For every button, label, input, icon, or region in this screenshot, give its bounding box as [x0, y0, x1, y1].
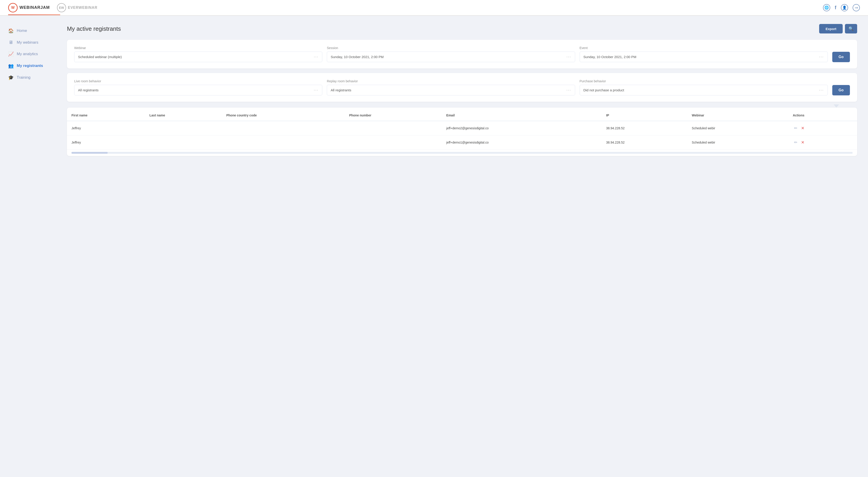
- filter-row-1: Webinar Scheduled webinar (multiple) ···…: [74, 46, 850, 62]
- purchase-filter-value: Did not purchase a product: [584, 88, 624, 92]
- webinar-filter-value: Scheduled webinar (multiple): [78, 55, 122, 59]
- sidebar-item-my-registrants[interactable]: 👥 My registrants: [0, 60, 59, 72]
- event-filter-group: Event Sunday, 10 October 2021, 2:00 PM ·…: [580, 46, 828, 62]
- cell-email-1: jeff+demo1@genesisdigital.co: [442, 135, 601, 150]
- training-icon: 🎓: [8, 75, 13, 80]
- webinarjam-brand-name: WEBINARJAM: [20, 5, 50, 10]
- session-filter-dots: ···: [566, 55, 571, 59]
- cell-first-name-1: Jeffrey: [67, 135, 145, 150]
- sidebar-label-training: Training: [17, 75, 31, 80]
- delete-button-0[interactable]: ✕: [800, 125, 806, 131]
- sidebar-label-analytics: My analytics: [17, 52, 38, 56]
- main-layout: 🏠 Home 🖥 My webinars 📈 My analytics 👥 My…: [0, 16, 868, 477]
- user-icon[interactable]: 👤: [841, 4, 848, 11]
- cell-webinar-1: Scheduled webir: [687, 135, 788, 150]
- table-body: Jeffrey jeff+demo2@genesisdigital.co 38.…: [67, 121, 857, 150]
- brand-underline: [8, 14, 60, 15]
- event-filter-dots: ···: [819, 55, 824, 59]
- export-button[interactable]: Export: [819, 24, 843, 33]
- table-row: Jeffrey jeff+demo1@genesisdigital.co 38.…: [67, 135, 857, 150]
- replay-filter-select[interactable]: All registrants ···: [327, 85, 575, 95]
- registrants-table: First name Last name Phone country code …: [67, 110, 857, 150]
- filter-card-2: Live room behavior All registrants ··· R…: [67, 73, 857, 102]
- everwebinar-brand[interactable]: EW EVERWEBINAR: [57, 3, 97, 12]
- webinarjam-brand[interactable]: W WEBINARJAM: [8, 3, 50, 12]
- sidebar-item-my-analytics[interactable]: 📈 My analytics: [0, 48, 59, 60]
- webinar-filter-dots: ···: [314, 55, 318, 59]
- webinars-icon: 🖥: [8, 40, 13, 45]
- purchase-filter-group: Purchase behavior Did not purchase a pro…: [580, 80, 828, 95]
- cell-email-0: jeff+demo2@genesisdigital.co: [442, 121, 601, 135]
- live-filter-group: Live room behavior All registrants ···: [74, 80, 322, 95]
- sidebar-label-home: Home: [17, 29, 27, 33]
- header-actions: Export 🔍: [819, 24, 857, 33]
- replay-filter-dots: ···: [566, 88, 571, 92]
- sidebar-item-my-webinars[interactable]: 🖥 My webinars: [0, 37, 59, 48]
- cell-phone-country-0: [222, 121, 345, 135]
- session-filter-select[interactable]: Sunday, 10 October 2021, 2:00 PM ···: [327, 52, 575, 62]
- col-actions: Actions: [788, 110, 857, 121]
- event-filter-select[interactable]: Sunday, 10 October 2021, 2:00 PM ···: [580, 52, 828, 62]
- event-filter-label: Event: [580, 46, 828, 50]
- registrants-table-card: First name Last name Phone country code …: [67, 107, 857, 156]
- cell-ip-0: 38.94.228.52: [601, 121, 687, 135]
- cell-actions-0: ✏ ✕: [788, 121, 857, 135]
- edit-button-0[interactable]: ✏: [793, 125, 799, 131]
- filter-go-button-2[interactable]: Go: [832, 85, 850, 95]
- arrow-down-icon: [834, 104, 839, 107]
- sidebar-label-registrants: My registrants: [17, 64, 43, 68]
- col-email: Email: [442, 110, 601, 121]
- globe-icon[interactable]: 🌐: [823, 4, 830, 11]
- replay-filter-group: Replay room behavior All registrants ···: [327, 80, 575, 95]
- webinar-filter-select[interactable]: Scheduled webinar (multiple) ···: [74, 52, 322, 62]
- col-first-name: First name: [67, 110, 145, 121]
- page-header: My active registrants Export 🔍: [67, 24, 857, 33]
- table-scrollbar-thumb[interactable]: [71, 152, 107, 154]
- live-filter-label: Live room behavior: [74, 80, 322, 83]
- logout-icon[interactable]: ⇒: [852, 4, 860, 11]
- facebook-icon[interactable]: f: [835, 5, 836, 11]
- edit-button-1[interactable]: ✏: [793, 139, 799, 146]
- session-filter-group: Session Sunday, 10 October 2021, 2:00 PM…: [327, 46, 575, 62]
- everwebinar-brand-name: EVERWEBINAR: [68, 6, 97, 10]
- table-container: First name Last name Phone country code …: [67, 110, 857, 150]
- live-filter-dots: ···: [314, 88, 318, 92]
- filter-card-1: Webinar Scheduled webinar (multiple) ···…: [67, 40, 857, 68]
- analytics-icon: 📈: [8, 51, 13, 57]
- webinarjam-logo-circle: W: [8, 3, 18, 12]
- purchase-filter-label: Purchase behavior: [580, 80, 828, 83]
- sidebar-item-training[interactable]: 🎓 Training: [0, 72, 59, 84]
- live-filter-value: All registrants: [78, 88, 99, 92]
- sidebar-item-home[interactable]: 🏠 Home: [0, 25, 59, 37]
- search-icon: 🔍: [848, 26, 854, 31]
- filter-go-button-1[interactable]: Go: [832, 52, 850, 62]
- nav-actions: 🌐 f 👤 ⇒: [823, 4, 860, 11]
- table-scrollbar-track[interactable]: [71, 152, 852, 154]
- cell-phone-number-1: [345, 135, 442, 150]
- brand-logos: W WEBINARJAM EW EVERWEBINAR: [8, 3, 97, 12]
- col-ip: IP: [601, 110, 687, 121]
- table-header-row: First name Last name Phone country code …: [67, 110, 857, 121]
- arrow-indicator: [67, 104, 857, 107]
- main-content: My active registrants Export 🔍 Webinar S…: [59, 16, 868, 477]
- cell-last-name-1: [145, 135, 222, 150]
- purchase-filter-dots: ···: [819, 88, 824, 92]
- top-navigation: W WEBINARJAM EW EVERWEBINAR 🌐 f 👤 ⇒: [0, 0, 868, 16]
- session-filter-value: Sunday, 10 October 2021, 2:00 PM: [331, 55, 383, 59]
- replay-filter-value: All registrants: [331, 88, 351, 92]
- search-button[interactable]: 🔍: [845, 24, 857, 33]
- delete-button-1[interactable]: ✕: [800, 139, 806, 146]
- filter-row-2: Live room behavior All registrants ··· R…: [74, 80, 850, 95]
- col-last-name: Last name: [145, 110, 222, 121]
- col-phone-country-code: Phone country code: [222, 110, 345, 121]
- webinar-filter-group: Webinar Scheduled webinar (multiple) ···: [74, 46, 322, 62]
- everwebinar-logo-circle: EW: [57, 3, 66, 12]
- purchase-filter-select[interactable]: Did not purchase a product ···: [580, 85, 828, 95]
- registrants-icon: 👥: [8, 63, 13, 68]
- cell-ip-1: 38.94.228.52: [601, 135, 687, 150]
- cell-last-name-0: [145, 121, 222, 135]
- replay-filter-label: Replay room behavior: [327, 80, 575, 83]
- live-filter-select[interactable]: All registrants ···: [74, 85, 322, 95]
- cell-webinar-0: Scheduled webir: [687, 121, 788, 135]
- sidebar: 🏠 Home 🖥 My webinars 📈 My analytics 👥 My…: [0, 16, 59, 477]
